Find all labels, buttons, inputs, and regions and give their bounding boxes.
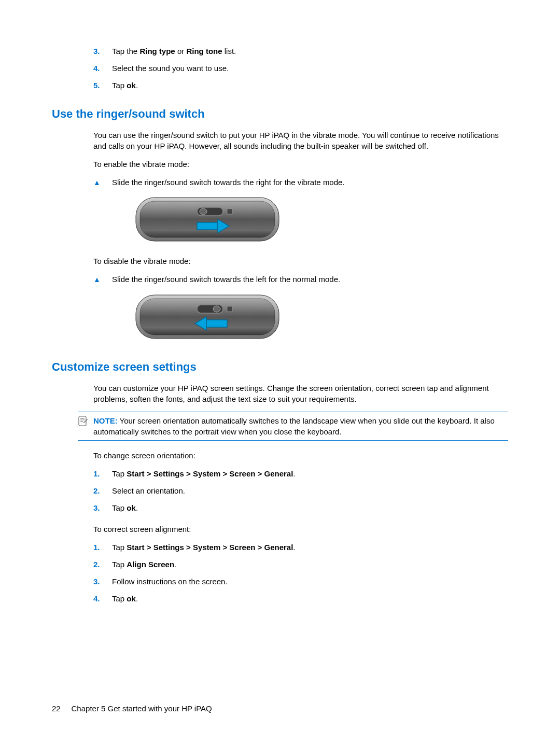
svg-rect-12 (206, 320, 227, 327)
paragraph: You can use the ringer/sound switch to p… (93, 130, 508, 151)
paragraph: To disable the vibrate mode: (93, 256, 508, 266)
list-item: 4. Select the sound you want to use. (93, 63, 508, 74)
svg-rect-1 (140, 201, 275, 237)
triangle-up-icon: ▲ (93, 275, 112, 285)
list-number: 2. (93, 485, 112, 496)
note-icon (78, 416, 93, 430)
list-text: Tap ok. (112, 593, 138, 604)
list-number: 1. (93, 542, 112, 553)
list-text: Tap ok. (112, 502, 138, 513)
heading-ringer-switch: Use the ringer/sound switch (52, 106, 508, 122)
list-text: Slide the ringer/sound switch towards th… (112, 274, 340, 285)
page-number: 22 (52, 704, 61, 713)
list-item: 3. Follow instructions on the screen. (93, 576, 508, 587)
list-text: Select an orientation. (112, 485, 185, 496)
list-item: 1. Tap Start > Settings > System > Scree… (93, 542, 508, 553)
triangle-list: ▲ Slide the ringer/sound switch towards … (93, 274, 508, 285)
list-text: Tap the Ring type or Ring tone list. (112, 46, 236, 57)
triangle-list: ▲ Slide the ringer/sound switch towards … (93, 177, 508, 188)
list-number: 4. (93, 63, 112, 74)
heading-customize-screen: Customize screen settings (52, 359, 508, 375)
list-item: 2. Select an orientation. (93, 485, 508, 496)
ordered-list-orientation: 1. Tap Start > Settings > System > Scree… (93, 468, 508, 513)
paragraph: To change screen orientation: (93, 450, 508, 461)
note-content: NOTE: Your screen orientation automatica… (93, 415, 508, 437)
list-text: Select the sound you want to use. (112, 63, 229, 74)
list-number: 3. (93, 46, 112, 57)
svg-rect-5 (197, 222, 218, 230)
svg-rect-8 (140, 299, 275, 335)
device-illustration-right (135, 195, 508, 246)
list-number: 5. (93, 80, 112, 91)
svg-point-3 (200, 208, 207, 215)
list-item: 3. Tap ok. (93, 502, 508, 513)
paragraph: To correct screen alignment: (93, 524, 508, 535)
list-text: Tap ok. (112, 80, 138, 91)
list-item: 5. Tap ok. (93, 80, 508, 91)
list-item: 4. Tap ok. (93, 593, 508, 604)
chapter-label: Chapter 5 Get started with your HP iPAQ (72, 704, 212, 713)
top-ordered-list: 3. Tap the Ring type or Ring tone list. … (93, 46, 508, 91)
paragraph: To enable the vibrate mode: (93, 159, 508, 170)
list-text: Follow instructions on the screen. (112, 576, 228, 587)
device-illustration-left (135, 292, 508, 344)
list-text: Slide the ringer/sound switch towards th… (112, 177, 345, 188)
list-text: Tap Start > Settings > System > Screen >… (112, 542, 296, 553)
svg-point-10 (213, 306, 220, 312)
list-text: Tap Start > Settings > System > Screen >… (112, 468, 296, 479)
note-box: NOTE: Your screen orientation automatica… (78, 412, 508, 441)
list-number: 3. (93, 576, 112, 587)
list-number: 3. (93, 502, 112, 513)
list-item: 3. Tap the Ring type or Ring tone list. (93, 46, 508, 57)
list-item: 2. Tap Align Screen. (93, 559, 508, 570)
paragraph: You can customize your HP iPAQ screen se… (93, 383, 508, 404)
list-number: 4. (93, 593, 112, 604)
svg-rect-11 (227, 306, 232, 312)
list-item: ▲ Slide the ringer/sound switch towards … (93, 274, 508, 285)
triangle-up-icon: ▲ (93, 178, 112, 188)
list-item: 1. Tap Start > Settings > System > Scree… (93, 468, 508, 479)
ordered-list-alignment: 1. Tap Start > Settings > System > Scree… (93, 542, 508, 604)
svg-rect-4 (227, 209, 232, 214)
list-text: Tap Align Screen. (112, 559, 176, 570)
page-footer: 22 Chapter 5 Get started with your HP iP… (52, 703, 212, 714)
list-number: 2. (93, 559, 112, 570)
list-number: 1. (93, 468, 112, 479)
list-item: ▲ Slide the ringer/sound switch towards … (93, 177, 508, 188)
svg-rect-14 (79, 416, 86, 426)
